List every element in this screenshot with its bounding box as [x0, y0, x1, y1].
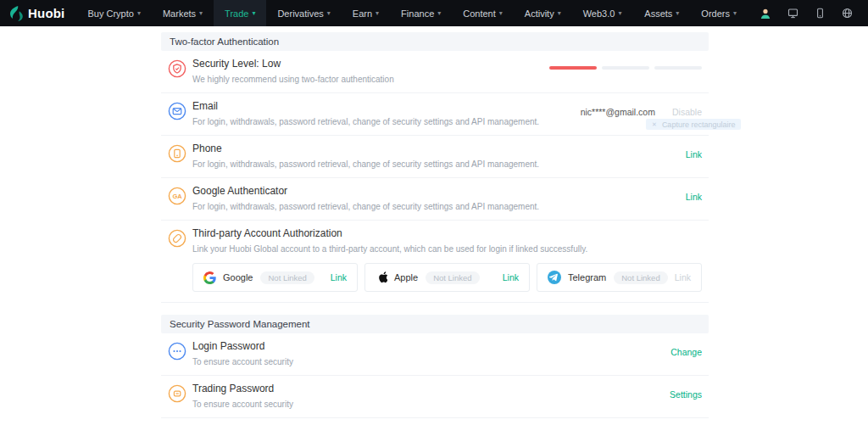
paperclip-icon: [168, 229, 186, 248]
login-password-dots-icon: [168, 342, 186, 361]
nav-item-earn[interactable]: Earn▾: [342, 0, 390, 26]
telegram-card-name: Telegram: [568, 272, 606, 282]
nav-item-orders[interactable]: Orders▾: [690, 0, 748, 26]
email-value: nic****@gmail.com: [581, 107, 655, 117]
mobile-app-icon[interactable]: [810, 4, 829, 23]
google-card-link-button[interactable]: Link: [331, 272, 347, 282]
chevron-down-icon: ▾: [499, 9, 503, 17]
telegram-card-status-badge: Not Linked: [614, 271, 667, 284]
security-level-row: Security Level: Low We highly recommend …: [161, 51, 709, 93]
apple-card-link-button[interactable]: Link: [503, 272, 519, 282]
google-authenticator-link-button[interactable]: Link: [686, 192, 702, 202]
login-password-subtitle: To ensure account security: [192, 357, 670, 367]
email-icon: [168, 102, 186, 120]
main-menu: Buy Crypto▾ Markets▾ Trade▾ Derivatives▾…: [77, 0, 633, 26]
login-password-change-button[interactable]: Change: [670, 347, 702, 357]
phone-subtitle: For login, withdrawals, password retriev…: [192, 159, 686, 170]
chevron-down-icon: ▾: [327, 9, 331, 17]
section-header-password-management: Security Password Management: [161, 315, 709, 333]
chevron-down-icon: ▾: [733, 9, 737, 17]
user-avatar-icon[interactable]: [756, 4, 775, 23]
nav-item-markets[interactable]: Markets▾: [152, 0, 214, 26]
email-title: Email: [192, 100, 581, 113]
login-password-row: Login Password To ensure account securit…: [161, 333, 709, 376]
google-authenticator-icon: GA: [168, 187, 186, 205]
chevron-down-icon: ▾: [558, 9, 561, 17]
meter-segment-empty: [602, 66, 649, 70]
svg-text:GA: GA: [172, 193, 182, 200]
phone-row: Phone For login, withdrawals, password r…: [161, 136, 709, 178]
huobi-flame-icon: [10, 6, 24, 21]
chevron-down-icon: ▾: [437, 9, 441, 17]
capture-tooltip-text: Capture rectangulaire: [662, 120, 736, 129]
globe-language-icon[interactable]: [837, 4, 856, 23]
telegram-card-link-button[interactable]: Link: [675, 272, 691, 282]
nav-item-activity[interactable]: Activity▾: [514, 0, 572, 26]
apple-card-status-badge: Not Linked: [426, 271, 479, 284]
google-authenticator-subtitle: For login, withdrawals, password retriev…: [192, 202, 686, 212]
google-card-status-badge: Not Linked: [260, 271, 314, 284]
third-party-title: Third-party Account Authorization: [192, 227, 702, 240]
nav-item-trade[interactable]: Trade▾: [214, 0, 266, 26]
desktop-download-icon[interactable]: [783, 4, 802, 23]
shield-security-icon: [168, 59, 186, 78]
telegram-card: Telegram Not Linked Link: [537, 263, 702, 292]
trading-password-subtitle: To ensure account security: [192, 400, 670, 410]
google-authenticator-title: Google Authenticator: [192, 185, 686, 198]
chevron-down-icon: ▾: [376, 9, 379, 17]
phone-icon: [168, 144, 186, 163]
google-card-name: Google: [223, 272, 253, 282]
apple-logo-icon: [376, 271, 387, 284]
email-row: Email For login, withdrawals, password r…: [161, 93, 709, 136]
google-authenticator-row: GA Google Authenticator For login, withd…: [161, 178, 709, 221]
nav-item-finance[interactable]: Finance▾: [390, 0, 452, 26]
brand-name: Huobi: [28, 6, 65, 20]
capture-tooltip-overlay: ✕ Capture rectangulaire: [646, 119, 741, 130]
google-logo-icon: [203, 271, 216, 284]
email-disable-button[interactable]: Disable: [672, 107, 702, 117]
third-party-authorization-block: Third-party Account Authorization Link y…: [161, 221, 709, 303]
chevron-down-icon: ▾: [137, 9, 141, 17]
email-subtitle: For login, withdrawals, password retriev…: [192, 117, 581, 127]
close-icon: ✕: [652, 121, 657, 128]
nav-item-web3[interactable]: Web3.0▾: [572, 0, 633, 26]
security-settings-panel: Two-factor Authentication Security Level…: [161, 32, 709, 425]
apple-card: Apple Not Linked Link: [364, 263, 530, 292]
security-level-meter: [544, 66, 702, 70]
trading-password-settings-button[interactable]: Settings: [670, 389, 702, 400]
trading-password-icon: [168, 384, 186, 403]
chevron-down-icon: ▾: [618, 9, 621, 17]
phone-title: Phone: [192, 143, 686, 155]
nav-item-assets[interactable]: Assets▾: [633, 0, 690, 26]
nav-item-buy-crypto[interactable]: Buy Crypto▾: [77, 0, 152, 26]
anti-phishing-row: Anti-phishing Code The email sent to you…: [161, 418, 709, 425]
huobi-logo[interactable]: Huobi: [10, 6, 65, 21]
telegram-logo-icon: [548, 271, 561, 284]
top-navigation: Huobi Buy Crypto▾ Markets▾ Trade▾ Deriva…: [0, 0, 868, 26]
meter-segment-empty: [654, 66, 702, 70]
apple-card-name: Apple: [394, 272, 418, 282]
login-password-title: Login Password: [192, 340, 670, 353]
section-header-two-factor: Two-factor Authentication: [161, 32, 709, 51]
phone-link-button[interactable]: Link: [686, 149, 702, 159]
nav-item-derivatives[interactable]: Derivatives▾: [266, 0, 341, 26]
nav-item-content[interactable]: Content▾: [452, 0, 514, 26]
trading-password-row: Trading Password To ensure account secur…: [161, 376, 709, 418]
chevron-down-icon: ▾: [676, 9, 679, 17]
trading-password-title: Trading Password: [192, 383, 670, 395]
third-party-subtitle: Link your Huobi Global account to a thir…: [192, 244, 702, 254]
security-level-subtitle: We highly recommend using two-factor aut…: [192, 75, 544, 85]
meter-segment-filled: [549, 66, 597, 70]
security-level-title: Security Level: Low: [192, 58, 544, 70]
third-party-cards: Google Not Linked Link Apple Not Linked …: [192, 263, 702, 292]
chevron-down-icon: ▾: [252, 9, 255, 17]
nav-right-menu: Assets▾ Orders▾: [633, 0, 856, 26]
google-card: Google Not Linked Link: [192, 263, 358, 292]
chevron-down-icon: ▾: [199, 9, 203, 17]
